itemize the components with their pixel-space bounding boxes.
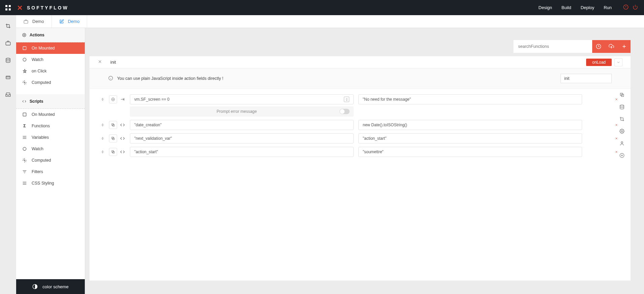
copy-tool-icon[interactable] (618, 91, 625, 98)
nav-run[interactable]: Run (604, 5, 612, 10)
tab-label: Demo (32, 19, 44, 24)
scripts-section-header[interactable]: Scripts (16, 94, 85, 109)
onload-button[interactable]: onLoad (586, 59, 612, 66)
computed-icon (22, 80, 27, 85)
svg-rect-5 (6, 42, 10, 45)
svg-rect-1 (9, 5, 11, 7)
contrast-icon (32, 284, 38, 289)
drag-handle[interactable] (100, 120, 106, 130)
condition-add-icon[interactable] (109, 95, 117, 103)
sidebar-action-on-click[interactable]: on Click (16, 65, 85, 77)
condition-flow-icon[interactable] (118, 95, 127, 103)
svg-point-14 (23, 147, 26, 150)
sidebar-action-on-mounted[interactable]: On Mounted (16, 42, 85, 54)
sidebar-action-watch[interactable]: Watch (16, 54, 85, 65)
database-tool-icon[interactable] (618, 103, 625, 110)
circle-icon (22, 57, 27, 62)
variable-value-field[interactable]: new Date().toISOString() (358, 120, 582, 130)
svg-point-28 (620, 105, 623, 106)
settings-tool-icon[interactable] (618, 128, 625, 134)
gear-icon (22, 33, 26, 37)
apps-icon[interactable] (0, 5, 16, 10)
pointer-icon (22, 69, 27, 73)
file-tabs: Demo Demo (16, 15, 644, 28)
history-button[interactable] (592, 40, 605, 53)
square-icon (22, 46, 27, 51)
code-icon[interactable] (118, 134, 127, 142)
crop-icon[interactable] (5, 23, 11, 30)
condition-field[interactable]: vm.SF_screen == 0▯ (130, 94, 354, 104)
panel-title: init (110, 60, 116, 65)
briefcase-icon[interactable] (5, 40, 11, 47)
circle-icon (22, 146, 27, 151)
inbox-icon[interactable] (5, 92, 11, 98)
copy-icon[interactable] (109, 134, 117, 142)
field-badge-icon: ▯ (344, 97, 349, 102)
drag-handle[interactable] (100, 94, 106, 104)
function-name-input[interactable] (561, 74, 612, 83)
svg-rect-0 (5, 5, 7, 7)
sidebar-action-computed[interactable]: Computed (16, 77, 85, 88)
nav-design[interactable]: Design (538, 5, 552, 10)
actions-section-header[interactable]: Actions (16, 28, 85, 42)
alert-icon[interactable] (623, 4, 629, 11)
svg-point-12 (24, 82, 25, 83)
tab-demo-2[interactable]: Demo (52, 15, 87, 28)
search-functions-input[interactable] (513, 40, 592, 53)
svg-rect-10 (23, 46, 26, 50)
add-tool-icon[interactable] (618, 152, 625, 159)
list-icon (22, 135, 27, 140)
cloud-upload-button[interactable] (605, 40, 618, 53)
toggle-label: Prompt error message (134, 109, 339, 114)
sidebar-script-css-styling[interactable]: CSS Styling (16, 177, 85, 189)
layout-icon[interactable] (5, 75, 11, 81)
sidebar-script-variables[interactable]: Variables (16, 132, 85, 143)
sigma-icon: Σ (22, 124, 27, 128)
svg-point-11 (23, 58, 26, 61)
svg-point-6 (6, 58, 10, 59)
info-text: You can use plain JavaScript inside acti… (117, 76, 223, 81)
copy-icon[interactable] (109, 121, 117, 129)
svg-rect-3 (9, 8, 11, 10)
close-panel-button[interactable] (98, 59, 102, 65)
info-icon (108, 76, 113, 81)
square-icon (22, 112, 27, 117)
user-tool-icon[interactable] (618, 140, 625, 146)
power-icon[interactable] (633, 4, 638, 11)
sidebar-script-watch[interactable]: Watch (16, 143, 85, 155)
filter-icon (22, 169, 27, 174)
svg-rect-8 (24, 21, 28, 23)
crop-tool-icon[interactable] (618, 116, 625, 122)
svg-rect-13 (23, 113, 26, 116)
variable-name-field[interactable]: "next_validation_var" (130, 133, 354, 143)
nav-build[interactable]: Build (562, 5, 571, 10)
value-field[interactable]: "No need for the message" (358, 94, 582, 104)
nav-deploy[interactable]: Deploy (581, 5, 594, 10)
copy-icon[interactable] (109, 148, 117, 156)
brand-text: SOFTYFLOW (27, 5, 69, 10)
variable-value-field[interactable]: "action_start" (358, 133, 582, 143)
sidebar-script-functions[interactable]: Σ Functions (16, 120, 85, 132)
color-scheme-button[interactable]: color scheme (16, 279, 85, 294)
sidebar-script-computed[interactable]: Computed (16, 155, 85, 166)
computed-icon (22, 158, 27, 163)
drag-handle[interactable] (100, 133, 106, 143)
sidebar-script-on-mounted[interactable]: On Mounted (16, 109, 85, 120)
database-icon[interactable] (5, 58, 11, 64)
tab-label: Demo (68, 19, 80, 24)
code-icon (22, 99, 26, 103)
code-icon[interactable] (118, 121, 127, 129)
add-button[interactable] (618, 40, 631, 53)
css-icon (22, 181, 27, 186)
variable-value-field[interactable]: "soumettre" (358, 147, 582, 157)
drag-handle[interactable] (100, 147, 106, 157)
prompt-error-toggle[interactable] (339, 109, 350, 114)
variable-name-field[interactable]: "action_start" (130, 147, 354, 157)
svg-point-30 (621, 141, 623, 143)
code-icon[interactable] (118, 148, 127, 156)
svg-point-29 (621, 130, 622, 132)
tab-demo-1[interactable]: Demo (16, 15, 52, 28)
onload-dropdown[interactable] (614, 58, 622, 66)
variable-name-field[interactable]: "date_creation" (130, 120, 354, 130)
sidebar-script-filters[interactable]: Filters (16, 166, 85, 177)
